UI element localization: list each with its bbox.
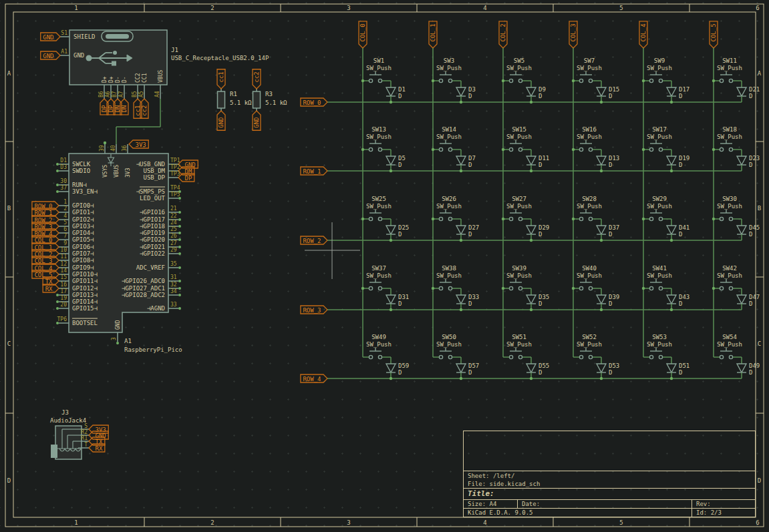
diode-D53[interactable]: D53D [597, 362, 619, 380]
diode-D31[interactable]: D31D [386, 294, 409, 311]
switch-SW15[interactable]: SW15 [512, 126, 526, 133]
diode-D13[interactable]: D [609, 162, 612, 168]
usb-connector-J1[interactable]: B7 [112, 91, 118, 97]
switch-SW15[interactable] [518, 148, 522, 151]
global-label-ROW_3[interactable]: ROW_3 [303, 307, 321, 314]
global-label-ROW_4[interactable]: ROW_4 [303, 376, 321, 382]
global-label-3V3[interactable]: 3V3 [129, 140, 148, 148]
switch-SW18[interactable] [712, 148, 715, 151]
switch-SW41[interactable] [659, 286, 662, 290]
global-label-COL_0[interactable]: COL_0 [360, 23, 367, 41]
pico-A1[interactable]: 31 [170, 274, 177, 280]
switch-SW5[interactable]: SW5SW_Push [502, 57, 532, 87]
pico-A1[interactable]: ⊣GPIO27_ADC1 [122, 285, 165, 292]
usb-connector-J1[interactable]: CC2 [135, 73, 141, 83]
column-COL_2[interactable]: COL_2 [499, 21, 507, 357]
switch-SW18[interactable] [720, 148, 723, 151]
diode-D11[interactable]: D11D [526, 155, 549, 172]
switch-SW9[interactable]: SW9 [654, 57, 665, 64]
diode-D29[interactable] [526, 226, 536, 234]
usb-connector-J1[interactable]: B5 [132, 91, 138, 97]
switch-SW26[interactable]: SW26SW_Push [432, 196, 462, 226]
pico-A1[interactable]: VSYS [102, 165, 108, 178]
switch-SW37[interactable]: SW37 [371, 265, 386, 272]
global-label-ROW_0[interactable]: ROW_0 [303, 99, 321, 106]
switch-SW53[interactable] [649, 355, 653, 358]
switch-SW17[interactable] [659, 148, 662, 151]
pico-A1[interactable]: 22 [170, 213, 177, 219]
global-label-ROW_3[interactable]: ROW_3 [301, 306, 327, 314]
usb-connector-J1[interactable]: A1 [61, 49, 67, 55]
pico-A1[interactable] [178, 280, 181, 282]
key-matrix[interactable]: COL_0COL_1COL_2COL_3COL_4COL_5ROW_0SW1SW… [301, 21, 760, 382]
switch-SW42[interactable] [712, 287, 715, 290]
diode-D21[interactable] [737, 87, 746, 96]
switch-SW15[interactable] [509, 148, 512, 151]
switch-SW39[interactable] [518, 286, 522, 290]
pico-A1[interactable]: ⊣GPIO26_ADC0 [122, 278, 165, 284]
global-label-TX[interactable]: TX [43, 277, 59, 285]
pico-A1[interactable] [56, 184, 59, 186]
switch-SW27[interactable] [502, 218, 504, 220]
usb-connector-J1[interactable]: A4 [154, 91, 160, 97]
row-ROW_4[interactable]: ROW_4SW49SW_PushD59DSW50SW_PushD57DSW51S… [301, 334, 760, 382]
pico-A1[interactable]: GPIO0⊣ [72, 202, 94, 209]
pico-A1[interactable]: 12 [60, 261, 67, 267]
diode-D17[interactable] [670, 101, 673, 103]
diode-D11[interactable] [530, 170, 532, 172]
pico-A1[interactable]: 40 [110, 145, 116, 152]
pico-A1[interactable]: TP6 [57, 316, 67, 322]
pico-A1[interactable]: TP2 [170, 164, 180, 170]
switch-SW50[interactable]: SW50 [442, 334, 456, 340]
diode-D23[interactable]: D23 [749, 155, 760, 162]
switch-SW26[interactable] [448, 217, 452, 220]
pico-A1[interactable]: GPIO9⊣ [72, 264, 94, 271]
switch-SW27[interactable] [509, 217, 512, 220]
diode-D55[interactable]: D55 [539, 362, 549, 369]
pico-A1[interactable]: 2 [63, 206, 67, 212]
switch-SW1[interactable]: SW1 [373, 57, 384, 64]
switch-SW29[interactable] [642, 218, 645, 220]
global-label-COL_4[interactable]: COL_4 [639, 21, 647, 48]
resistor-R1[interactable]: 5.1 kΩ [230, 99, 252, 106]
diode-D41[interactable] [667, 226, 676, 234]
pico-A1[interactable] [104, 142, 106, 144]
column-COL_1[interactable]: COL_1 [429, 21, 437, 357]
switch-SW40[interactable]: SW40 [582, 265, 597, 272]
diode-D33[interactable] [456, 295, 466, 304]
pico-A1[interactable]: BOOTSEL [72, 320, 98, 326]
diode-D47[interactable]: D47 [749, 294, 760, 300]
switch-SW30[interactable]: SW30 [722, 196, 737, 202]
diode-D33[interactable] [460, 308, 462, 311]
pico-A1[interactable]: SWDIO [72, 168, 90, 174]
switch-SW5[interactable] [518, 79, 522, 82]
resistor-R3[interactable] [253, 91, 261, 108]
audio-jack-J3[interactable] [55, 426, 82, 459]
pico-A1[interactable]: 17 [60, 288, 67, 294]
diode-D55[interactable] [526, 364, 536, 372]
diode-D49[interactable]: D49 [749, 362, 760, 369]
switch-SW17[interactable] [642, 148, 645, 151]
global-label-DN[interactable]: DN [120, 99, 128, 115]
pico-A1[interactable]: 1 [63, 199, 67, 205]
pico-A1[interactable]: TP4 [170, 185, 180, 191]
usb-connector-J1[interactable]: J1 [171, 47, 178, 53]
diode-D3[interactable]: D3D [456, 86, 476, 103]
diode-D59[interactable]: D59 [398, 362, 409, 369]
switch-SW52[interactable]: SW52 [582, 334, 597, 340]
pico-A1[interactable] [178, 246, 181, 248]
global-label-GND[interactable]: GND [217, 111, 225, 130]
switch-SW54[interactable]: SW54SW_Push [714, 334, 742, 364]
diode-D27[interactable]: D27 [468, 224, 479, 231]
diode-D17[interactable]: D17D [667, 86, 689, 103]
diode-D15[interactable] [597, 87, 606, 96]
pico-A1[interactable]: 25 [170, 226, 177, 232]
switch-SW52[interactable] [589, 355, 592, 358]
switch-SW27[interactable]: SW_Push [506, 203, 532, 210]
switch-SW42[interactable] [720, 286, 723, 290]
pico-A1[interactable]: GPIO10⊣ [72, 271, 98, 278]
switch-SW28[interactable]: SW_Push [577, 203, 602, 210]
pico-A1[interactable]: RUN⊣ [72, 182, 87, 188]
switch-SW18[interactable]: SW_Push [717, 134, 742, 140]
pico-A1[interactable]: GPIO14⊣ [72, 298, 98, 305]
